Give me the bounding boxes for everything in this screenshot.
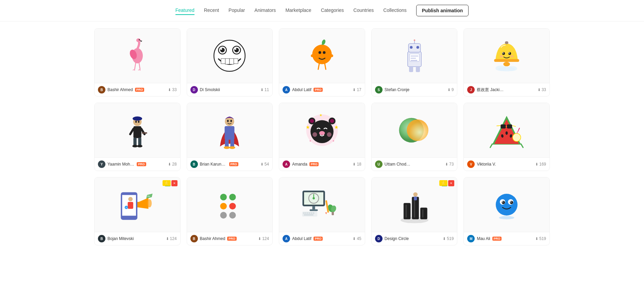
svg-point-155 (510, 201, 511, 202)
svg-point-58 (135, 121, 137, 123)
author-info: U Uttam Chodvadiya (375, 160, 412, 168)
svg-rect-143 (420, 208, 427, 219)
svg-rect-129 (305, 212, 306, 214)
avatar: M (467, 235, 475, 242)
author-name[interactable]: Yaamin Moha... (107, 162, 135, 167)
card-preview[interactable] (187, 103, 273, 157)
card-footer: A Amanda PRO ⬇ 18 (279, 157, 365, 171)
author-name[interactable]: Uttam Chodvadiya (385, 162, 412, 167)
avatar: J (467, 86, 475, 93)
download-icon: ⬇ (166, 237, 169, 241)
author-name[interactable]: 蔡政憲 Jackie Tsai (477, 87, 504, 93)
card-preview[interactable] (464, 103, 549, 157)
pro-badge: PRO (313, 88, 323, 92)
download-icon: ⬇ (538, 88, 541, 92)
nav-countries[interactable]: Countries (353, 6, 374, 15)
author-name[interactable]: Abdul Latif (292, 236, 311, 241)
avatar: D (375, 235, 383, 242)
card-preview[interactable] (187, 177, 273, 232)
author-name[interactable]: Bashir Ahmed (200, 236, 225, 241)
animation-card: S Stefan Cronje ⬇ 9 (371, 28, 458, 97)
author-name[interactable]: Viktoriia V. (477, 162, 496, 167)
download-count: ⬇ 9 (447, 87, 454, 92)
download-icon: ⬇ (260, 162, 264, 167)
svg-text:★: ★ (334, 125, 339, 130)
author-name[interactable]: Di Smolskii (200, 87, 220, 92)
publish-animation-button[interactable]: Publish animation (416, 5, 469, 16)
author-name[interactable]: Design Circle (385, 236, 409, 241)
svg-point-22 (319, 51, 321, 54)
nav-popular[interactable]: Popular (228, 6, 245, 15)
card-preview[interactable]: ✉ like ▶ ✕ ⭐ (95, 177, 180, 232)
nav-collections[interactable]: Collections (383, 6, 406, 15)
card-footer: J 蔡政憲 Jackie Tsai ⬇ 33 (464, 83, 549, 96)
svg-text:★: ★ (319, 113, 322, 117)
nav-recent[interactable]: Recent (204, 6, 219, 15)
author-name[interactable]: Bashir Ahmed (107, 87, 133, 92)
card-preview[interactable]: ★ ★ ★ ★ ★ (279, 103, 365, 157)
author-name[interactable]: Amanda (292, 162, 307, 167)
card-preview[interactable] (95, 29, 180, 83)
nav-animators[interactable]: Animators (254, 6, 276, 15)
premium-badge: ⭐ (439, 180, 447, 186)
card-footer: V Viktoriia V. ⬇ 169 (464, 157, 549, 171)
svg-point-70 (231, 120, 232, 122)
download-number: 33 (172, 87, 176, 92)
card-preview[interactable] (279, 29, 365, 83)
svg-rect-42 (416, 67, 420, 72)
svg-point-23 (323, 51, 325, 54)
svg-line-105 (521, 144, 523, 148)
download-icon: ⬇ (168, 162, 171, 167)
svg-point-1 (136, 38, 141, 42)
svg-point-80 (330, 119, 334, 123)
author-name[interactable]: Brian Karungani (200, 162, 227, 167)
avatar: A (283, 160, 290, 168)
avatar: S (375, 86, 383, 93)
svg-point-124 (312, 197, 315, 200)
card-preview[interactable] (187, 29, 273, 83)
download-number: 45 (357, 236, 361, 241)
animation-card: Y Yaamin Moha... PRO ⬇ 28 (94, 103, 181, 171)
card-footer: D Di Smolskii ⬇ 11 (187, 83, 273, 96)
author-name[interactable]: Mau Ali (477, 236, 490, 241)
avatar: B (98, 86, 105, 93)
author-info: V Viktoriia V. (467, 160, 496, 168)
card-preview[interactable] (279, 177, 365, 232)
nav-categories[interactable]: Categories (321, 6, 344, 15)
nav-marketplace[interactable]: Marketplace (285, 6, 311, 15)
card-preview[interactable] (95, 103, 180, 157)
close-button[interactable]: ✕ (171, 180, 177, 186)
close-button[interactable]: ✕ (448, 180, 454, 186)
author-info: Y Yaamin Moha... PRO (98, 160, 146, 168)
download-icon: ⬇ (353, 237, 356, 241)
author-info: D Di Smolskii (190, 86, 220, 93)
svg-rect-127 (302, 211, 317, 217)
svg-rect-51 (505, 41, 508, 44)
card-preview[interactable]: ▶ ✕ ⭐ (372, 177, 457, 232)
download-count: ⬇ 33 (168, 87, 176, 92)
svg-rect-63 (133, 138, 136, 146)
card-preview[interactable] (464, 29, 549, 83)
nav-featured[interactable]: Featured (175, 6, 194, 15)
download-count: ⬇ 519 (535, 236, 546, 241)
author-info: D Design Circle (375, 235, 409, 242)
author-name[interactable]: Bojan Mitevski (107, 236, 134, 241)
svg-rect-67 (225, 126, 235, 140)
author-name[interactable]: Abdul Latif (292, 87, 311, 92)
animation-card: D Di Smolskii ⬇ 11 (187, 28, 273, 97)
avatar: U (375, 160, 383, 168)
download-number: 54 (265, 162, 269, 167)
card-footer: D Design Circle ⬇ 519 (372, 232, 457, 245)
animation-card: B Bashir Ahmed PRO ⬇ 124 (187, 177, 273, 245)
card-preview[interactable] (464, 177, 549, 232)
card-preview[interactable] (372, 29, 457, 83)
animation-card: A Abdul Latif PRO ⬇ 45 (279, 177, 365, 245)
card-preview[interactable] (372, 103, 457, 157)
pro-badge: PRO (135, 88, 145, 92)
author-info: B Bojan Mitevski (98, 235, 134, 242)
svg-line-7 (138, 69, 140, 70)
download-icon: ⬇ (353, 162, 356, 167)
author-name[interactable]: Stefan Cronje (385, 87, 409, 92)
svg-point-47 (503, 52, 504, 53)
author-info: A Abdul Latif PRO (283, 235, 323, 242)
